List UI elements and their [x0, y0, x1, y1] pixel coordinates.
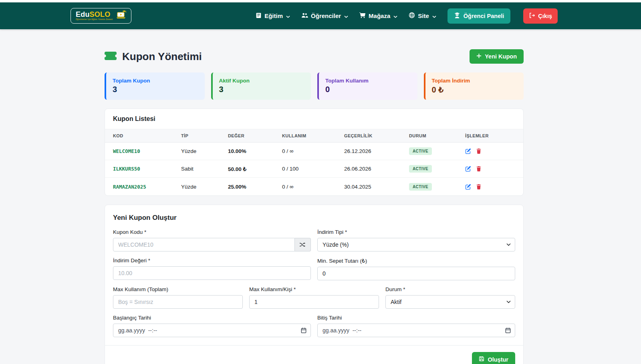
book-icon: [256, 12, 262, 20]
coupon-list-card: Kupon Listesi KOD TİP DEĞER KULLANIM GEÇ…: [105, 109, 524, 196]
top-navbar: EduSOLO Öğretmenler İçin Eğitim Yönetim …: [0, 2, 641, 29]
discount-type-select[interactable]: Yüzde (%): [317, 238, 515, 251]
status-badge: ACTIVE: [409, 183, 432, 191]
status-label: Durum *: [385, 286, 515, 292]
stat-label: Toplam Kullanım: [325, 78, 411, 84]
brand-tagline: Öğretmenler İçin Eğitim Yönetim Sistemi: [76, 18, 113, 20]
cart-icon: [359, 12, 366, 20]
coupon-list-title: Kupon Listesi: [105, 109, 523, 129]
discount-value-label: İndirim Değeri *: [113, 257, 311, 263]
form-title: Yeni Kupon Oluştur: [113, 214, 515, 222]
edit-icon[interactable]: [465, 184, 471, 190]
coupon-code: ILKKURS50: [105, 166, 181, 172]
column-header-islemler: İŞLEMLER: [465, 133, 523, 138]
max-usage-label: Max Kullanım (Toplam): [113, 286, 243, 292]
stat-value: 0 ₺: [432, 85, 518, 95]
discount-value-input[interactable]: [113, 266, 311, 280]
stat-card-total-usage: Toplam Kullanım 0: [317, 72, 417, 100]
max-per-user-label: Max Kullanım/Kişi *: [249, 286, 379, 292]
coupon-value: 50.00 ₺: [228, 166, 282, 172]
stat-card-total-discount: Toplam İndirim 0 ₺: [424, 72, 524, 100]
coupon-code-label: Kupon Kodu *: [113, 229, 311, 235]
coupon-usage: 0 / 100: [282, 166, 344, 172]
coupon-management-page: Kupon Yönetimi Yeni Kupon Toplam Kupon 3…: [105, 29, 524, 364]
column-header-durum: DURUM: [409, 133, 465, 138]
chevron-down-icon: [344, 12, 348, 19]
column-header-gecerlilik: GEÇERLİLİK: [344, 133, 409, 138]
new-coupon-button[interactable]: Yeni Kupon: [470, 49, 524, 64]
stat-label: Toplam İndirim: [432, 78, 518, 84]
table-header-row: KOD TİP DEĞER KULLANIM GEÇERLİLİK DURUM …: [105, 129, 523, 143]
coupon-validity: 30.04.2025: [344, 184, 409, 190]
end-date-input[interactable]: [317, 324, 515, 337]
plus-icon: [476, 53, 482, 60]
coupon-code: RAMAZAN2025: [105, 184, 181, 190]
stat-value: 0: [325, 85, 411, 94]
column-header-kullanim: KULLANIM: [282, 133, 344, 138]
max-per-user-input[interactable]: [249, 295, 379, 309]
delete-icon[interactable]: [476, 166, 482, 172]
laptop-play-icon: [116, 10, 126, 21]
logout-icon: [529, 12, 535, 20]
nav-label: Site: [418, 12, 429, 19]
edit-icon[interactable]: [465, 166, 471, 172]
nav-item-ogrenciler[interactable]: Öğrenciler: [301, 12, 348, 20]
chevron-down-icon: [286, 12, 290, 19]
stat-label: Aktif Kupon: [219, 78, 305, 84]
submit-button[interactable]: Oluştur: [472, 352, 515, 364]
discount-type-label: İndirim Tipi *: [317, 229, 515, 235]
column-header-kod: KOD: [105, 133, 181, 138]
delete-icon[interactable]: [476, 148, 482, 154]
start-date-input[interactable]: [113, 324, 311, 337]
coupon-code: WELCOME10: [105, 148, 181, 154]
min-cart-input[interactable]: [317, 267, 515, 280]
coupon-value: 25.00%: [228, 184, 282, 190]
table-row: WELCOME10 Yüzde 10.00% 0 / ∞ 26.12.2026 …: [105, 143, 523, 160]
brand-logo[interactable]: EduSOLO Öğretmenler İçin Eğitim Yönetim …: [71, 8, 131, 24]
brand-name: EduSOLO: [76, 11, 113, 18]
chevron-down-icon: [432, 12, 436, 19]
coupon-code-input[interactable]: [113, 238, 295, 251]
nav-label: Öğrenciler: [311, 12, 341, 19]
max-usage-input[interactable]: [113, 295, 243, 309]
coupon-validity: 26.06.2026: [344, 166, 409, 172]
ticket-icon: [105, 50, 117, 63]
delete-icon[interactable]: [476, 184, 482, 190]
start-date-label: Başlangıç Tarihi: [113, 315, 311, 321]
student-panel-button[interactable]: Öğrenci Paneli: [447, 8, 511, 24]
coupon-type: Yüzde: [181, 184, 228, 190]
status-select[interactable]: Aktif: [385, 295, 515, 309]
coupon-type: Sabit: [181, 166, 228, 172]
status-badge: ACTIVE: [409, 165, 432, 173]
shuffle-icon[interactable]: [295, 238, 311, 251]
stat-value: 3: [219, 85, 305, 94]
coupon-validity: 26.12.2026: [344, 148, 409, 154]
coupon-type: Yüzde: [181, 148, 228, 154]
stat-card-total-coupons: Toplam Kupon 3: [105, 72, 205, 100]
nav-label: Eğitim: [264, 12, 283, 19]
save-icon: [479, 356, 484, 363]
status-badge: ACTIVE: [409, 147, 432, 155]
users-icon: [301, 12, 308, 20]
globe-icon: [409, 12, 415, 20]
stat-card-active-coupons: Aktif Kupon 3: [211, 72, 311, 100]
table-row: RAMAZAN2025 Yüzde 25.00% 0 / ∞ 30.04.202…: [105, 178, 523, 195]
nav-item-site[interactable]: Site: [409, 12, 436, 20]
coupon-usage: 0 / ∞: [282, 184, 344, 190]
nav-item-egitim[interactable]: Eğitim: [256, 12, 290, 20]
nav-label: Mağaza: [369, 12, 390, 19]
graduate-icon: [454, 12, 460, 20]
nav-item-magaza[interactable]: Mağaza: [359, 12, 397, 20]
end-date-label: Bitiş Tarihi: [317, 315, 515, 321]
chevron-down-icon: [393, 12, 397, 19]
column-header-deger: DEĞER: [228, 133, 282, 138]
edit-icon[interactable]: [465, 148, 471, 154]
coupon-usage: 0 / ∞: [282, 148, 344, 154]
page-title: Kupon Yönetimi: [105, 50, 202, 63]
stat-label: Toplam Kupon: [113, 78, 198, 84]
stats-row: Toplam Kupon 3 Aktif Kupon 3 Toplam Kull…: [105, 72, 524, 100]
min-cart-label: Min. Sepet Tutarı (₺): [317, 257, 515, 264]
form-divider: [105, 345, 523, 346]
column-header-tip: TİP: [181, 133, 228, 138]
logout-button[interactable]: Çıkış: [523, 8, 558, 24]
